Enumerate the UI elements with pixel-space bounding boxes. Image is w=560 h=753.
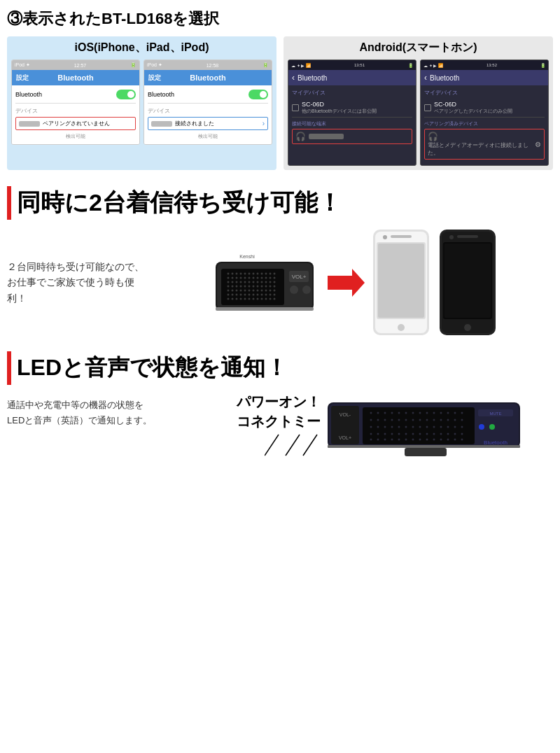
svg-point-190 — [489, 424, 495, 430]
android-p1-device-info: SC-06D 他のBluetoothデバイスには非公開 — [302, 101, 377, 115]
svg-point-75 — [227, 297, 229, 300]
svg-point-185 — [454, 439, 456, 441]
android-p1-nav-title: Bluetooth — [298, 74, 327, 82]
svg-point-10 — [256, 272, 258, 274]
ios-p2-device-name-block — [151, 121, 172, 127]
svg-point-7 — [244, 272, 246, 274]
section2-title-text: 同時に2台着信待ち受け可能！ — [17, 190, 342, 216]
svg-point-31 — [244, 281, 246, 283]
svg-text:Bluetooth: Bluetooth — [484, 439, 507, 446]
svg-point-68 — [248, 293, 250, 295]
svg-point-117 — [370, 412, 372, 414]
svg-point-16 — [231, 276, 233, 279]
ios-p2-back: 設定 — [148, 73, 161, 83]
svg-point-13 — [269, 272, 271, 274]
svg-point-20 — [248, 276, 250, 279]
svg-point-34 — [256, 281, 258, 283]
ios-p2-discover: 検出可能 — [148, 133, 268, 140]
ios-p1-bt-row: Bluetooth — [15, 90, 136, 104]
svg-point-129 — [454, 412, 456, 414]
svg-point-160 — [377, 433, 379, 435]
svg-point-144 — [461, 419, 463, 421]
android-p1-icons: ☁ ✦ ▶ 📶 — [291, 63, 311, 68]
svg-point-126 — [433, 412, 435, 414]
svg-point-164 — [405, 433, 407, 435]
ios-p1-toggle[interactable] — [116, 90, 136, 99]
svg-point-23 — [260, 276, 262, 279]
svg-point-60 — [265, 289, 267, 291]
svg-point-128 — [447, 412, 449, 414]
ios-phone1-status: iPod ✦ 12:57 🔋 — [12, 60, 139, 70]
android-p1-connectable-item: 🎧 — [292, 129, 412, 144]
svg-point-19 — [244, 276, 246, 279]
svg-point-42 — [239, 285, 241, 287]
svg-point-106 — [464, 324, 471, 331]
svg-point-3 — [227, 272, 229, 274]
svg-point-182 — [433, 439, 435, 441]
svg-point-9 — [252, 272, 254, 274]
section3-title-row: LEDと音声で状態を通知！ — [7, 351, 553, 385]
section3-description: 通話中や充電中等の機器の状態を LEDと音声（英語）で通知します。 — [7, 397, 203, 428]
ios-phone1: iPod ✦ 12:57 🔋 設定 Bluetooth Bluetooth デバ — [11, 59, 140, 145]
svg-point-163 — [398, 433, 400, 435]
ios-p1-device-item: ペアリングされていません — [15, 117, 136, 130]
svg-marker-93 — [328, 269, 365, 297]
ios-phone2-nav: 設定 Bluetooth — [144, 70, 272, 85]
svg-point-37 — [269, 281, 271, 283]
svg-point-30 — [239, 281, 241, 283]
svg-point-148 — [391, 426, 393, 428]
svg-point-4 — [231, 272, 233, 274]
svg-point-76 — [231, 297, 233, 300]
svg-text:MUTE: MUTE — [489, 411, 501, 416]
svg-point-38 — [273, 281, 275, 283]
android-p2-device-sub: ペアリングしたデバイスにのみ公開 — [434, 108, 512, 115]
ios-p1-time: 12:57 — [74, 63, 87, 68]
svg-point-178 — [405, 439, 407, 441]
svg-line-110 — [303, 435, 317, 456]
svg-point-189 — [479, 424, 484, 430]
android-p2-settings-icon[interactable]: ⚙ — [535, 141, 541, 148]
svg-rect-192 — [328, 445, 520, 448]
svg-point-28 — [231, 281, 233, 283]
ios-p1-discover: 検出可能 — [15, 133, 136, 140]
svg-point-172 — [461, 433, 463, 435]
svg-point-63 — [227, 293, 229, 295]
android-p2-time: 13:52 — [486, 63, 497, 67]
svg-point-157 — [454, 426, 456, 428]
android-p1-device-name: SC-06D — [302, 101, 377, 108]
svg-point-183 — [440, 439, 442, 441]
svg-point-43 — [244, 285, 246, 287]
svg-point-162 — [391, 433, 393, 435]
android-phones: ☁ ✦ ▶ 📶 13:51 🔋 ‹ Bluetooth マイデバイス — [288, 59, 549, 166]
svg-point-155 — [440, 426, 442, 428]
svg-point-48 — [265, 285, 267, 287]
svg-point-83 — [260, 297, 262, 300]
ios-phone2: iPod ✦ 12:58 🔋 設定 Bluetooth Bluetooth デバ — [144, 59, 272, 145]
svg-point-67 — [244, 293, 246, 295]
section1-bt-selection: ③表示されたBT-LD168を選択 iOS(iPhone、iPad、iPod) … — [0, 0, 560, 177]
svg-point-168 — [433, 433, 435, 435]
callout-line2: コネクトミー — [237, 414, 321, 429]
svg-point-143 — [454, 419, 456, 421]
section3-desc-line1: 通話中や充電中等の機器の状態を — [7, 400, 144, 410]
svg-point-167 — [426, 433, 428, 435]
svg-point-82 — [256, 297, 258, 300]
svg-point-166 — [419, 433, 421, 435]
svg-point-54 — [239, 289, 241, 291]
svg-point-11 — [260, 272, 262, 274]
svg-point-79 — [244, 297, 246, 300]
svg-point-134 — [391, 419, 393, 421]
svg-point-99 — [398, 324, 405, 331]
android-p2-battery: 🔋 — [540, 63, 545, 68]
svg-point-133 — [384, 419, 386, 421]
svg-point-35 — [260, 281, 262, 283]
svg-point-124 — [419, 412, 421, 414]
svg-point-149 — [398, 426, 400, 428]
svg-point-173 — [370, 439, 372, 441]
svg-point-84 — [265, 297, 267, 300]
ios-phone1-body: Bluetooth デバイス ペアリングされていません 検出可能 — [12, 85, 139, 144]
svg-point-145 — [370, 426, 372, 428]
ios-phones: iPod ✦ 12:57 🔋 設定 Bluetooth Bluetooth デバ — [11, 59, 272, 145]
ios-p2-toggle[interactable] — [248, 90, 268, 99]
ios-p1-device-name-block — [19, 121, 40, 127]
